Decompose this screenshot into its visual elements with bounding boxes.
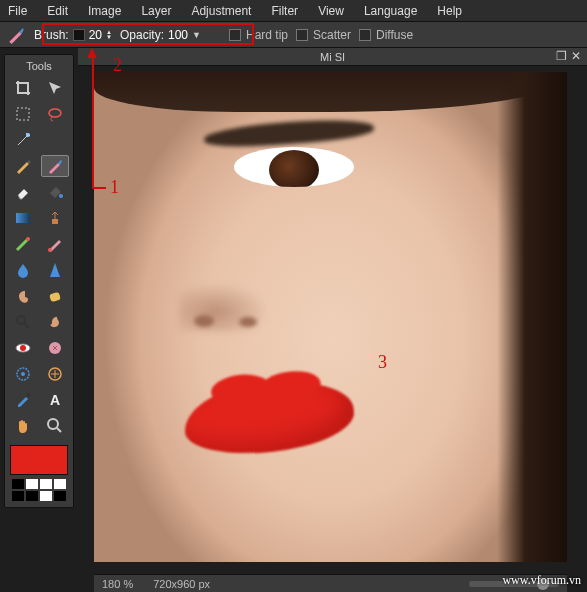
palette-swatch[interactable] — [40, 491, 52, 501]
eraser-tool-icon[interactable] — [9, 181, 37, 203]
svg-rect-8 — [49, 292, 61, 302]
brush-label: Brush: — [34, 28, 69, 42]
svg-point-7 — [48, 248, 52, 252]
opacity-label: Opacity: — [120, 28, 164, 42]
svg-point-11 — [20, 345, 26, 351]
lasso-tool-icon[interactable] — [41, 103, 69, 125]
menu-help[interactable]: Help — [437, 4, 462, 18]
svg-point-16 — [26, 393, 30, 397]
brush-size-group[interactable]: Brush: 20 ▲▼ — [34, 28, 112, 42]
svg-rect-5 — [52, 219, 58, 224]
crop-tool-icon[interactable] — [9, 77, 37, 99]
redeye-tool-icon[interactable] — [9, 337, 37, 359]
palette-swatch[interactable] — [26, 491, 38, 501]
burn-tool-icon[interactable] — [41, 311, 69, 333]
checkbox-icon[interactable] — [229, 29, 241, 41]
opacity-group[interactable]: Opacity: 100 ▼ — [120, 28, 201, 42]
tools-title: Tools — [9, 57, 69, 75]
sharpen-tool-icon[interactable] — [41, 259, 69, 281]
options-bar: Brush: 20 ▲▼ Opacity: 100 ▼ Hard tip Sca… — [0, 22, 587, 48]
menu-filter[interactable]: Filter — [271, 4, 298, 18]
menu-edit[interactable]: Edit — [47, 4, 68, 18]
move-tool-icon[interactable] — [41, 77, 69, 99]
canvas-title: Mi SI — [320, 51, 345, 63]
canvas-area: Mi SI ❐ ✕ 180 % 720x960 px — [78, 48, 587, 592]
brush-tool-icon[interactable] — [41, 155, 69, 177]
draw-tool-icon[interactable] — [41, 233, 69, 255]
close-icon[interactable]: ✕ — [571, 49, 581, 63]
foreground-color-swatch[interactable] — [10, 445, 68, 475]
svg-rect-4 — [16, 213, 30, 223]
checkbox-icon[interactable] — [296, 29, 308, 41]
palette-white2[interactable] — [40, 479, 52, 489]
menu-layer[interactable]: Layer — [141, 4, 171, 18]
svg-point-6 — [26, 237, 30, 241]
menu-adjustment[interactable]: Adjustment — [191, 4, 251, 18]
brush-preview[interactable] — [73, 29, 85, 41]
svg-point-9 — [17, 316, 25, 324]
menu-bar: File Edit Image Layer Adjustment Filter … — [0, 0, 587, 22]
image-viewport[interactable] — [94, 72, 567, 562]
clone-tool-icon[interactable] — [41, 207, 69, 229]
palette-swatch[interactable] — [54, 491, 66, 501]
colorreplace-tool-icon[interactable] — [9, 233, 37, 255]
gradient-tool-icon[interactable] — [9, 207, 37, 229]
empty-tool-slot — [41, 129, 69, 151]
svg-rect-0 — [17, 108, 29, 120]
image-dimensions: 720x960 px — [153, 578, 210, 590]
float-window-icon[interactable]: ❐ — [556, 49, 567, 63]
svg-point-1 — [49, 109, 61, 117]
dodge-tool-icon[interactable] — [9, 311, 37, 333]
palette-black[interactable] — [12, 479, 24, 489]
status-bar: 180 % 720x960 px — [94, 574, 567, 592]
canvas-header: Mi SI ❐ ✕ — [78, 48, 587, 66]
opacity-value[interactable]: 100 — [168, 28, 188, 42]
bloat-tool-icon[interactable] — [9, 363, 37, 385]
pinch-tool-icon[interactable] — [41, 363, 69, 385]
svg-point-18 — [48, 419, 58, 429]
svg-point-3 — [59, 194, 63, 198]
diffuse-checkbox[interactable]: Diffuse — [359, 28, 413, 42]
palette-swatch[interactable] — [12, 491, 24, 501]
tools-panel: Tools — [4, 54, 74, 508]
brush-tool-icon — [6, 26, 26, 44]
spotheal-tool-icon[interactable] — [41, 337, 69, 359]
menu-view[interactable]: View — [318, 4, 344, 18]
wand-tool-icon[interactable] — [9, 129, 37, 151]
pencil-tool-icon[interactable] — [9, 155, 37, 177]
checkbox-icon[interactable] — [359, 29, 371, 41]
menu-image[interactable]: Image — [88, 4, 121, 18]
type-tool-icon[interactable]: A — [41, 389, 69, 411]
picker-tool-icon[interactable] — [9, 389, 37, 411]
sponge-tool-icon[interactable] — [41, 285, 69, 307]
hand-tool-icon[interactable] — [9, 415, 37, 437]
palette-white[interactable] — [26, 479, 38, 489]
blur-tool-icon[interactable] — [9, 259, 37, 281]
canvas-image[interactable] — [94, 72, 567, 562]
chevron-down-icon[interactable]: ▼ — [192, 30, 201, 40]
palette-row2 — [9, 491, 69, 501]
svg-point-14 — [21, 372, 25, 376]
palette-white3[interactable] — [54, 479, 66, 489]
smudge-tool-icon[interactable] — [9, 285, 37, 307]
menu-file[interactable]: File — [8, 4, 27, 18]
menu-language[interactable]: Language — [364, 4, 417, 18]
scatter-checkbox[interactable]: Scatter — [296, 28, 351, 42]
svg-text:A: A — [50, 392, 60, 408]
zoom-level[interactable]: 180 % — [102, 578, 133, 590]
zoom-tool-icon[interactable] — [41, 415, 69, 437]
palette-row — [9, 479, 69, 489]
watermark: www.vforum.vn — [502, 573, 581, 588]
brush-size[interactable]: 20 — [89, 28, 102, 42]
hardtip-checkbox[interactable]: Hard tip — [229, 28, 288, 42]
marquee-tool-icon[interactable] — [9, 103, 37, 125]
brush-stepper-icon[interactable]: ▲▼ — [106, 30, 112, 40]
bucket-tool-icon[interactable] — [41, 181, 69, 203]
